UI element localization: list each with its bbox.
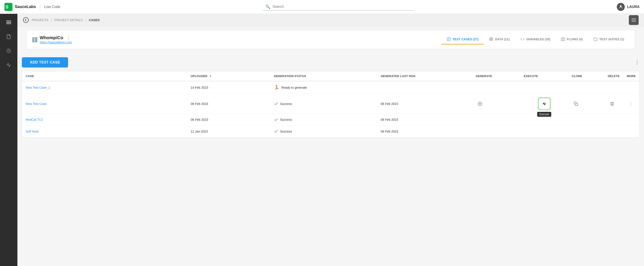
breadcrumb-sep-1: | bbox=[51, 18, 52, 22]
breadcrumb-project-details[interactable]: PROJECT DETAILS bbox=[54, 18, 82, 22]
table-row: New Test Case 06 Feb 2023 Success 06 Feb… bbox=[22, 94, 639, 114]
add-test-case-button[interactable]: ADD TEST CASE bbox=[22, 57, 68, 68]
generate-action-cell[interactable] bbox=[472, 94, 520, 114]
brand-name: SauceLabs bbox=[15, 4, 36, 9]
table-header-row: CASE UPLOADED ▼ GENERATION STATUS GENERA… bbox=[22, 71, 639, 81]
search-input[interactable] bbox=[272, 5, 412, 9]
th-more: MORE bbox=[623, 71, 639, 81]
project-card: ℹ️ WhompiCo ⋮ https://saucedemo.com TEST bbox=[26, 30, 635, 49]
breadcrumb-bar: PROJECTS | PROJECT DETAILS | CASES bbox=[18, 14, 644, 26]
svg-rect-10 bbox=[632, 21, 636, 22]
project-name: WhompiCo bbox=[40, 35, 63, 40]
sidebar-item-menu[interactable] bbox=[4, 17, 14, 27]
sidebar-item-chart[interactable] bbox=[4, 60, 14, 70]
execute-action-cell[interactable]: Execute bbox=[520, 94, 568, 114]
sidebar-icons bbox=[0, 14, 18, 266]
delete-button[interactable] bbox=[608, 100, 616, 108]
action-row: ADD TEST CASE ⋮ bbox=[22, 53, 640, 71]
project-kebab-menu[interactable]: ⋮ bbox=[66, 35, 70, 40]
project-info-icon[interactable]: ℹ️ bbox=[32, 37, 38, 42]
generate-action-cell bbox=[472, 81, 520, 94]
clone-action-cell[interactable] bbox=[568, 94, 604, 114]
more-action-cell[interactable]: ⋮ bbox=[623, 94, 639, 114]
top-header: S SauceLabs Low Code 🔍 LAURA bbox=[0, 0, 644, 14]
more-action-cell bbox=[623, 126, 639, 137]
tab-variables[interactable]: VARIABLES (35) bbox=[515, 34, 556, 45]
case-link-self-heal[interactable]: Self Heal bbox=[26, 130, 38, 133]
th-case: CASE bbox=[22, 71, 187, 81]
logo-divider bbox=[40, 4, 40, 10]
tab-test-cases[interactable]: TEST CASES (27) bbox=[442, 34, 484, 45]
test-cases-table: CASE UPLOADED ▼ GENERATION STATUS GENERA… bbox=[22, 71, 640, 137]
gen-status-cell: Success bbox=[270, 94, 377, 114]
cases-table: CASE UPLOADED ▼ GENERATION STATUS GENERA… bbox=[22, 71, 639, 137]
saucelabs-logo: S bbox=[4, 3, 12, 11]
tab-flows[interactable]: FLOWS (4) bbox=[556, 34, 588, 45]
table-row: New Test Case_1 14 Feb 2023 🏃 Ready to g… bbox=[22, 81, 639, 94]
svg-rect-21 bbox=[576, 103, 578, 106]
svg-rect-11 bbox=[447, 38, 450, 41]
gen-status-cell: Success bbox=[270, 114, 377, 126]
execute-button[interactable] bbox=[538, 98, 550, 110]
breadcrumb-cases: CASES bbox=[89, 18, 100, 22]
list-view-button[interactable] bbox=[629, 15, 639, 25]
th-last-run: GENERATED LAST RUN bbox=[377, 71, 472, 81]
delete-action-cell[interactable] bbox=[604, 94, 623, 114]
table-row: Self Heal 12 Jan 2023 Success 06 Feb 202… bbox=[22, 126, 639, 137]
search-bar[interactable]: 🔍 bbox=[263, 3, 414, 11]
svg-rect-3 bbox=[6, 21, 11, 21]
delete-action-cell bbox=[604, 126, 623, 137]
tab-variables-label: VARIABLES (35) bbox=[526, 37, 550, 41]
svg-marker-19 bbox=[480, 103, 481, 105]
status-text: Ready to generate bbox=[281, 86, 307, 89]
main-layout: PROJECTS | PROJECT DETAILS | CASES ℹ️ Wh… bbox=[0, 0, 644, 266]
table-action-kebab[interactable]: ⋮ bbox=[635, 59, 640, 65]
sidebar-item-document[interactable] bbox=[4, 32, 14, 41]
svg-marker-20 bbox=[542, 102, 546, 106]
user-area[interactable]: LAURA bbox=[617, 3, 640, 11]
last-run-cell: 06 Feb 2023 bbox=[377, 114, 472, 126]
search-icon: 🔍 bbox=[265, 4, 270, 9]
tab-test-suites-label: TEST SUITES (1) bbox=[599, 37, 624, 41]
user-avatar bbox=[617, 3, 625, 11]
status-run-icon: 🏃 bbox=[274, 85, 280, 90]
delete-action-cell bbox=[604, 81, 623, 94]
case-link-redcat-tc1[interactable]: RedCat TC1 bbox=[26, 118, 43, 122]
th-delete: DELETE bbox=[604, 71, 623, 81]
tab-data[interactable]: DATA (11) bbox=[484, 34, 515, 45]
breadcrumb-back-button[interactable] bbox=[23, 17, 29, 23]
case-name-cell: New Test Case_1 bbox=[22, 81, 187, 94]
clone-action-cell bbox=[568, 81, 604, 94]
clone-action-cell bbox=[568, 114, 604, 126]
breadcrumb-sep-2: | bbox=[86, 18, 86, 22]
th-uploaded[interactable]: UPLOADED ▼ bbox=[187, 71, 270, 81]
logo-area: S SauceLabs Low Code bbox=[4, 3, 60, 11]
svg-point-14 bbox=[490, 38, 493, 39]
generate-action-cell bbox=[472, 126, 520, 137]
breadcrumb-projects[interactable]: PROJECTS bbox=[32, 18, 48, 22]
generate-button[interactable] bbox=[476, 100, 484, 108]
uploaded-cell: 14 Feb 2023 bbox=[187, 81, 270, 94]
more-button[interactable]: ⋮ bbox=[627, 100, 635, 108]
status-success-icon bbox=[274, 118, 278, 122]
status-text: Success bbox=[280, 102, 292, 106]
tabs-row: TEST CASES (27) DATA (11) VARIABLES (35) bbox=[442, 34, 630, 45]
clone-button[interactable] bbox=[572, 100, 580, 108]
project-top-row: ℹ️ WhompiCo ⋮ https://saucedemo.com TEST bbox=[32, 34, 630, 45]
status-success-icon bbox=[274, 129, 278, 134]
th-generation-status: GENERATION STATUS bbox=[270, 71, 377, 81]
th-generate: GENERATE bbox=[472, 71, 520, 81]
uploaded-cell: 12 Jan 2023 bbox=[187, 126, 270, 137]
tab-test-cases-label: TEST CASES (27) bbox=[452, 37, 479, 41]
project-url[interactable]: https://saucedemo.com bbox=[40, 40, 72, 44]
case-link-new-test-case-1[interactable]: New Test Case_1 bbox=[26, 86, 50, 89]
tab-test-suites[interactable]: TEST SUITES (1) bbox=[588, 34, 630, 45]
execute-btn-wrap: Execute bbox=[538, 98, 550, 110]
svg-marker-15 bbox=[561, 38, 565, 41]
svg-point-2 bbox=[620, 5, 622, 7]
execute-action-cell bbox=[520, 81, 568, 94]
uploaded-cell: 06 Feb 2023 bbox=[187, 114, 270, 126]
case-name-cell: RedCat TC1 bbox=[22, 114, 187, 126]
sidebar-item-clock[interactable] bbox=[4, 46, 14, 56]
case-link-new-test-case[interactable]: New Test Case bbox=[26, 102, 47, 106]
